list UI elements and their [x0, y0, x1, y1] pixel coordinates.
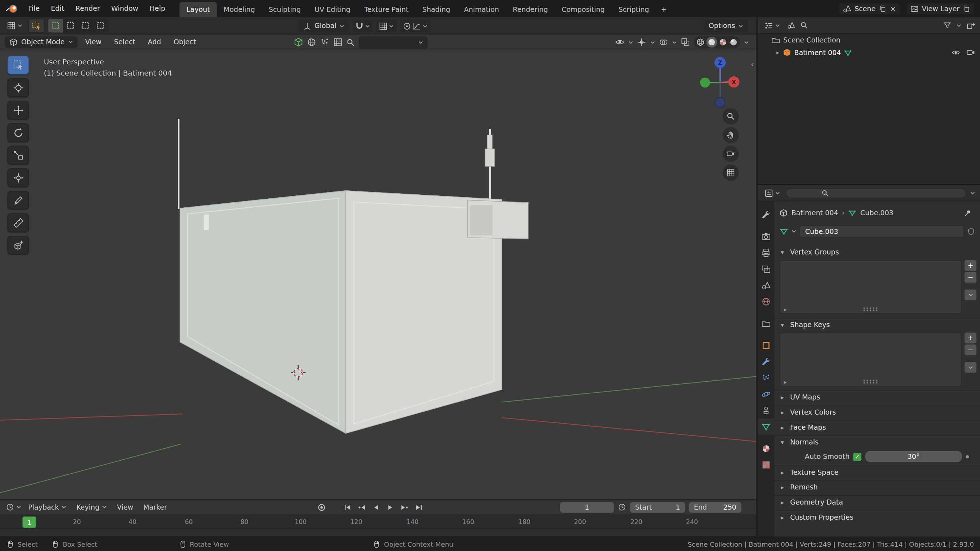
view-layer-selector[interactable]: View Layer [906, 3, 974, 14]
timeline-menu-keying[interactable]: Keying [71, 503, 112, 511]
viewport-menu-select[interactable]: Select [109, 38, 140, 46]
tab-output-properties[interactable] [758, 244, 775, 261]
magnet-icon[interactable] [355, 22, 364, 30]
shading-solid-button[interactable] [706, 37, 717, 48]
timeline-menu-playback[interactable]: Playback [23, 503, 71, 511]
xray-toggle-icon[interactable] [681, 37, 690, 47]
options-dropdown[interactable]: Options [704, 20, 748, 32]
tool-transform-button[interactable] [8, 168, 29, 187]
tab-particle-properties[interactable] [758, 369, 775, 386]
panel-face-maps[interactable]: ▸Face Maps [775, 420, 980, 434]
panel-custom-properties[interactable]: ▸Custom Properties [775, 510, 980, 524]
jump-to-end-button[interactable] [413, 501, 425, 513]
sidebar-toggle-arrow[interactable]: ‹ [751, 60, 754, 69]
tool-annotate-button[interactable] [8, 191, 29, 209]
tab-collection-properties[interactable] [758, 315, 775, 331]
gizmo-y-axis[interactable] [700, 77, 710, 88]
tab-shading[interactable]: Shading [415, 2, 457, 17]
timeline-menu-marker[interactable]: Marker [138, 503, 172, 511]
tool-measure-button[interactable] [8, 213, 29, 232]
tab-modeling[interactable]: Modeling [217, 2, 262, 17]
gizmos-icon[interactable] [637, 37, 646, 47]
grid-toggle-icon[interactable] [333, 37, 342, 47]
display-mode-icon[interactable] [787, 21, 795, 30]
use-preview-range-icon[interactable] [618, 503, 626, 511]
tab-world-properties[interactable] [758, 293, 775, 309]
timeline-ruler[interactable]: 20 40 60 80 100 120 140 160 180 200 220 … [0, 514, 756, 528]
snap-target-icon[interactable] [379, 22, 387, 30]
select-mode-subtract-button[interactable] [78, 19, 93, 32]
pin-icon[interactable] [964, 209, 971, 217]
expand-caret-icon[interactable]: ▸ [776, 49, 779, 56]
globe-toggle-icon[interactable] [307, 37, 316, 47]
snap-cube-toggle-icon[interactable] [294, 37, 303, 47]
panel-normals[interactable]: ▾Normals [775, 435, 980, 449]
vertex-group-specials-button[interactable] [964, 289, 977, 300]
tab-object-properties[interactable] [758, 337, 775, 354]
outliner-search[interactable] [800, 21, 938, 30]
remove-vertex-group-button[interactable]: − [964, 272, 977, 283]
editor-type-selector[interactable] [5, 20, 24, 31]
menu-file[interactable]: File [23, 0, 45, 18]
remove-shape-key-button[interactable]: − [964, 344, 977, 355]
menu-window[interactable]: Window [105, 0, 144, 18]
play-reverse-button[interactable] [370, 501, 382, 513]
resize-caret-icon[interactable]: ▸ [784, 306, 787, 312]
tab-sculpting[interactable]: Sculpting [262, 2, 308, 17]
zoom-button[interactable] [723, 108, 739, 124]
tab-scene-properties[interactable] [758, 277, 775, 293]
tab-scripting[interactable]: Scripting [612, 2, 656, 17]
filter-funnel-icon[interactable] [943, 21, 951, 30]
tab-object-data-properties[interactable] [758, 418, 775, 435]
add-vertex-group-button[interactable]: + [964, 260, 977, 271]
tab-view-layer-properties[interactable] [758, 261, 775, 277]
building-model[interactable] [178, 119, 528, 433]
tab-animation[interactable]: Animation [457, 2, 506, 17]
menu-render[interactable]: Render [70, 0, 105, 18]
timeline-track-area[interactable] [0, 528, 756, 537]
panel-shape-keys[interactable]: ▾ Shape Keys [775, 318, 980, 331]
animate-property-dot[interactable] [966, 455, 969, 458]
data-name-field[interactable]: Cube.003 [799, 225, 964, 238]
tool-move-button[interactable] [8, 101, 29, 119]
particles-toggle-icon[interactable] [320, 37, 329, 47]
viewport-menu-add[interactable]: Add [143, 38, 166, 46]
panel-remesh[interactable]: ▸Remesh [775, 480, 980, 494]
panel-vertex-colors[interactable]: ▸Vertex Colors [775, 405, 980, 419]
blender-logo-icon[interactable] [5, 3, 19, 14]
resize-caret-icon[interactable]: ▸ [784, 379, 787, 385]
breadcrumb-data[interactable]: Cube.003 [860, 209, 893, 217]
shape-keys-list[interactable]: ▸ [780, 333, 962, 386]
next-keyframe-button[interactable] [399, 501, 411, 513]
shading-options-chevron-icon[interactable] [744, 40, 749, 45]
shading-wireframe-icon[interactable] [696, 37, 705, 47]
transform-orientation-dropdown[interactable]: Global [299, 20, 349, 32]
previous-keyframe-button[interactable] [356, 501, 368, 513]
active-tool-button[interactable] [28, 19, 44, 32]
outliner-editor-type-selector[interactable] [763, 20, 782, 31]
tool-scale-button[interactable] [8, 146, 29, 164]
pan-button[interactable] [723, 127, 739, 143]
timeline-menu-view[interactable]: View [112, 503, 138, 511]
jump-to-start-button[interactable] [341, 501, 353, 513]
shading-material-icon[interactable] [718, 37, 727, 47]
tab-uv-editing[interactable]: UV Editing [308, 2, 357, 17]
tab-rendering[interactable]: Rendering [506, 2, 555, 17]
vertex-groups-list[interactable]: ▸ [780, 260, 962, 314]
tab-texture-properties[interactable] [758, 456, 775, 473]
tool-add-cube-button[interactable] [8, 236, 29, 255]
frame-start-field[interactable]: Start1 [630, 502, 685, 513]
overlays-icon[interactable] [659, 37, 668, 47]
new-collection-icon[interactable] [966, 21, 975, 30]
filter-dropdown[interactable] [359, 36, 427, 49]
add-workspace-button[interactable]: + [656, 2, 672, 17]
proportional-editing-icon[interactable] [402, 22, 411, 30]
chevron-down-icon[interactable] [650, 40, 655, 45]
chevron-down-icon[interactable] [672, 40, 677, 45]
gizmo-minus-z-axis[interactable] [715, 97, 725, 108]
auto-keying-button[interactable] [315, 501, 328, 513]
new-scene-icon[interactable] [878, 5, 886, 13]
outliner-row-batiment[interactable]: ▸ Batiment 004 [758, 46, 980, 59]
breadcrumb-object[interactable]: Batiment 004 [791, 209, 838, 217]
tab-compositing[interactable]: Compositing [555, 2, 612, 17]
